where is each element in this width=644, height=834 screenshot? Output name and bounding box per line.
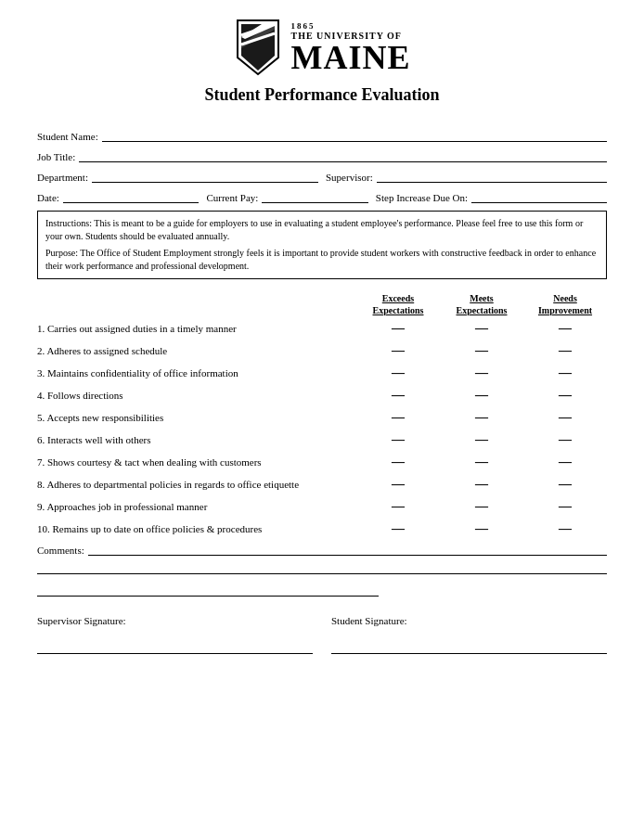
eval-label-1: 1. Carries out assigned duties in a time… (37, 323, 356, 334)
eval-cols-2: ——— (356, 344, 607, 357)
eval-mark-exceeds-5[interactable]: — (356, 411, 440, 424)
form-title: Student Performance Evaluation (205, 85, 440, 105)
eval-label-8: 8. Adheres to departmental policies in r… (37, 479, 356, 490)
comments-line-3[interactable] (37, 584, 379, 597)
eval-row-4: 4. Follows directions——— (37, 387, 607, 404)
student-name-row: Student Name: (37, 129, 607, 142)
date-group: Date: (37, 190, 199, 203)
eval-mark-meets-2[interactable]: — (440, 344, 523, 357)
current-pay-label: Current Pay: (206, 192, 258, 203)
step-increase-label: Step Increase Due On: (376, 192, 468, 203)
eval-label-6: 6. Interacts well with others (37, 434, 356, 445)
eval-row-7: 7. Shows courtesy & tact when dealing wi… (37, 454, 607, 470)
student-name-label: Student Name: (37, 131, 98, 142)
eval-label-2: 2. Adheres to assigned schedule (37, 345, 356, 356)
eval-mark-exceeds-2[interactable]: — (356, 344, 440, 357)
comments-label: Comments: (37, 545, 84, 556)
eval-cols-9: ——— (356, 500, 607, 513)
eval-mark-needs-5[interactable]: — (523, 411, 607, 424)
eval-mark-needs-9[interactable]: — (523, 500, 607, 513)
job-title-row: Job Title: (37, 149, 607, 162)
eval-label-4: 4. Follows directions (37, 390, 356, 401)
eval-mark-needs-10[interactable]: — (523, 522, 607, 535)
department-input[interactable] (92, 170, 318, 183)
instructions-box: Instructions: This is meant to be a guid… (37, 211, 607, 279)
eval-mark-exceeds-7[interactable]: — (356, 455, 440, 468)
header-needs: NeedsImprovement (523, 292, 607, 316)
eval-label-7: 7. Shows courtesy & tact when dealing wi… (37, 456, 356, 468)
student-sig-line[interactable] (331, 641, 607, 654)
eval-mark-meets-10[interactable]: — (440, 522, 523, 535)
eval-row-1: 1. Carries out assigned duties in a time… (37, 320, 607, 337)
job-title-input[interactable] (79, 149, 607, 162)
supervisor-sig-group: Supervisor Signature: (37, 615, 313, 654)
eval-cols-7: ——— (356, 455, 607, 468)
eval-cols-6: ——— (356, 433, 607, 446)
eval-mark-meets-6[interactable]: — (440, 433, 523, 446)
eval-mark-needs-4[interactable]: — (523, 389, 607, 402)
comments-section: Comments: (37, 543, 607, 597)
eval-row-6: 6. Interacts well with others——— (37, 431, 607, 448)
comments-input[interactable] (88, 543, 607, 556)
header-meets: MeetsExpectations (440, 292, 523, 316)
eval-mark-exceeds-4[interactable]: — (356, 389, 440, 402)
eval-mark-meets-4[interactable]: — (440, 389, 523, 402)
eval-cols-1: ——— (356, 322, 607, 335)
eval-mark-exceeds-6[interactable]: — (356, 433, 440, 446)
eval-mark-meets-7[interactable]: — (440, 455, 523, 468)
eval-mark-exceeds-10[interactable]: — (356, 522, 440, 535)
eval-mark-needs-1[interactable]: — (523, 322, 607, 335)
current-pay-input[interactable] (262, 190, 368, 203)
eval-row-8: 8. Adheres to departmental policies in r… (37, 476, 607, 493)
signature-section: Supervisor Signature: Student Signature: (37, 615, 607, 654)
eval-cols-4: ——— (356, 389, 607, 402)
eval-mark-exceeds-9[interactable]: — (356, 500, 440, 513)
eval-mark-needs-3[interactable]: — (523, 366, 607, 379)
eval-mark-meets-5[interactable]: — (440, 411, 523, 424)
comments-row: Comments: (37, 543, 607, 556)
student-sig-group: Student Signature: (331, 615, 607, 654)
comments-line-2[interactable] (37, 561, 607, 574)
supervisor-input[interactable] (377, 170, 607, 183)
logo-maine: MAINE (291, 41, 411, 74)
supervisor-sig-label: Supervisor Signature: (37, 615, 313, 626)
eval-mark-meets-1[interactable]: — (440, 322, 523, 335)
logo-area: 1865 THE UNIVERSITY OF MAINE (234, 19, 411, 76)
eval-cols-8: ——— (356, 478, 607, 491)
header-exceeds: ExceedsExpectations (356, 292, 440, 316)
eval-cols-10: ——— (356, 522, 607, 535)
eval-mark-exceeds-3[interactable]: — (356, 366, 440, 379)
eval-mark-exceeds-1[interactable]: — (356, 322, 440, 335)
eval-mark-needs-2[interactable]: — (523, 344, 607, 357)
eval-mark-exceeds-8[interactable]: — (356, 478, 440, 491)
eval-label-3: 3. Maintains confidentiality of office i… (37, 367, 356, 379)
supervisor-sig-line[interactable] (37, 641, 313, 654)
eval-label-10: 10. Remains up to date on office policie… (37, 523, 356, 534)
eval-cols-3: ——— (356, 366, 607, 379)
date-label: Date: (37, 192, 59, 203)
student-sig-label: Student Signature: (331, 615, 607, 626)
job-title-label: Job Title: (37, 151, 75, 162)
date-input[interactable] (63, 190, 200, 203)
shield-icon (234, 19, 282, 76)
date-pay-row: Date: Current Pay: Step Increase Due On: (37, 190, 607, 203)
eval-mark-meets-3[interactable]: — (440, 366, 523, 379)
eval-row-5: 5. Accepts new responsibilities——— (37, 409, 607, 426)
student-name-input[interactable] (102, 129, 607, 142)
page-header: 1865 THE UNIVERSITY OF MAINE Student Per… (37, 19, 607, 120)
eval-mark-meets-9[interactable]: — (440, 500, 523, 513)
eval-mark-needs-6[interactable]: — (523, 433, 607, 446)
evaluation-rows: 1. Carries out assigned duties in a time… (37, 320, 607, 537)
eval-mark-needs-8[interactable]: — (523, 478, 607, 491)
eval-row-9: 9. Approaches job in professional manner… (37, 498, 607, 515)
eval-mark-needs-7[interactable]: — (523, 455, 607, 468)
step-increase-input[interactable] (471, 190, 607, 203)
dept-supervisor-row: Department: Supervisor: (37, 170, 607, 183)
instructions-line1: Instructions: This is meant to be a guid… (45, 217, 599, 243)
logo-text: 1865 THE UNIVERSITY OF MAINE (291, 21, 411, 74)
eval-row-10: 10. Remains up to date on office policie… (37, 520, 607, 537)
eval-row-3: 3. Maintains confidentiality of office i… (37, 365, 607, 381)
eval-mark-meets-8[interactable]: — (440, 478, 523, 491)
supervisor-label: Supervisor: (326, 172, 373, 183)
eval-cols-5: ——— (356, 411, 607, 424)
